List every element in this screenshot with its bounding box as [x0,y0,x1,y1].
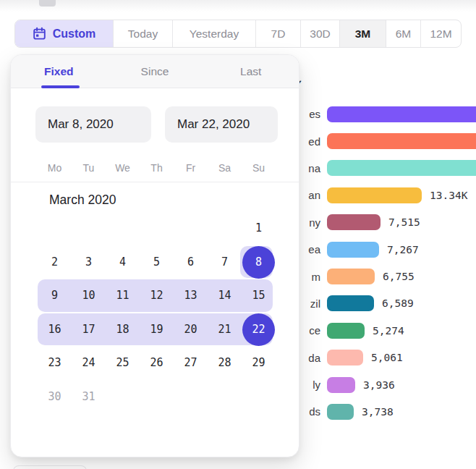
calendar-week-row: 23242526272829 [38,346,276,380]
toolbar-item-label: Today [128,28,158,41]
calendar-day-7[interactable]: 7 [208,245,242,279]
calendar-day-8[interactable]: 8 [242,245,276,279]
weekday-label: Th [140,162,174,174]
end-date-field[interactable]: Mar 22, 2020 [165,106,278,143]
calendar-week-row: 9101112131415 [38,279,276,313]
tab-fixed[interactable]: Fixed [11,55,107,88]
calendar-day-28[interactable]: 28 [208,346,242,380]
divider [11,182,299,182]
calendar-day-24[interactable]: 24 [72,346,106,380]
calendar-day-31[interactable]: 31 [72,380,106,414]
calendar-day-5[interactable]: 5 [140,245,174,279]
calendar-icon [33,27,46,41]
cropped-element-fragment-top [39,0,56,7]
calendar-day-2[interactable]: 2 [38,245,72,279]
calendar-day-26[interactable]: 26 [140,346,174,380]
calendar-day-15[interactable]: 15 [242,279,276,313]
calendar-week-row: 1 [38,211,276,245]
tab-label: Fixed [44,65,73,78]
country-bar[interactable] [327,295,374,311]
calendar-empty-cell [72,211,106,245]
month-label: March 2020 [49,193,116,208]
calendar-day-16[interactable]: 16 [38,313,72,347]
calendar-day-27[interactable]: 27 [174,346,208,380]
tab-label: Since [141,65,169,78]
calendar-day-23[interactable]: 23 [38,346,72,380]
country-value: 7,267 [387,244,419,255]
tab-last[interactable]: Last [203,55,299,88]
calendar-day-10[interactable]: 10 [72,279,106,313]
calendar-day-30[interactable]: 30 [38,380,72,414]
calendar-day-6[interactable]: 6 [174,245,208,279]
country-bar[interactable] [327,323,365,339]
calendar-day-4[interactable]: 4 [106,245,140,279]
weekday-label: Tu [72,162,106,174]
toolbar-item-label: 12M [430,28,451,41]
calendar-day-17[interactable]: 17 [72,313,106,347]
country-bar[interactable] [327,269,375,284]
calendar-day-19[interactable]: 19 [140,313,174,347]
calendar-empty-cell [140,211,174,245]
calendar-day-18[interactable]: 18 [106,313,140,347]
calendar-day-21[interactable]: 21 [208,313,242,347]
calendar-day-12[interactable]: 12 [140,279,174,313]
toolbar-item-label: 30D [310,28,330,41]
country-bar[interactable] [327,160,476,176]
toolbar-item-label: Yesterday [190,28,239,41]
weekday-label: We [106,162,140,174]
calendar-empty-cell [106,380,140,414]
toolbar-item-yesterday[interactable]: Yesterday [172,20,255,47]
weekday-header-row: MoTuWeThFrSaSu [38,162,276,174]
calendar-empty-cell [208,380,242,414]
country-value: 3,738 [362,406,394,418]
selected-day-circle: 22 [242,313,275,346]
country-bar[interactable] [327,133,476,149]
country-bar[interactable] [327,404,354,420]
tab-since[interactable]: Since [107,55,203,88]
calendar-week-row: 16171819202122 [38,313,276,347]
toolbar-item-label: 6M [396,28,412,41]
toolbar-item-6m[interactable]: 6M [386,20,420,47]
country-value: 6,589 [382,297,414,309]
country-value: 3,936 [363,379,395,391]
toolbar-item-custom[interactable]: Custom [15,20,113,47]
toolbar-item-7d[interactable]: 7D [255,20,300,47]
toolbar-item-12m[interactable]: 12M [420,20,461,47]
toolbar-item-label: 7D [271,28,286,41]
calendar-day-29[interactable]: 29 [242,346,276,380]
calendar-day-25[interactable]: 25 [106,346,140,380]
selected-day-circle: 8 [242,246,275,279]
calendar-day-14[interactable]: 14 [208,279,242,313]
date-picker-popover: Fixed Since Last Mar 8, 2020 Mar 22, 202… [10,54,299,457]
country-bar[interactable] [327,214,381,230]
calendar-day-9[interactable]: 9 [38,279,72,313]
calendar-day-13[interactable]: 13 [174,279,208,313]
calendar-empty-cell [140,380,174,414]
country-bar[interactable] [327,350,363,366]
calendar-day-20[interactable]: 20 [174,313,208,347]
calendar-grid: 1234567891011121314151617181920212223242… [38,211,276,413]
date-range-toolbar: Custom Today Yesterday 7D 30D 3M 6M 12M [14,20,462,48]
weekday-label: Su [242,162,276,174]
country-bar[interactable] [327,242,379,258]
country-value: 5,061 [371,352,403,363]
calendar-empty-cell [208,211,242,245]
toolbar-item-3m-selected[interactable]: 3M [339,20,386,47]
country-bar[interactable] [327,106,476,122]
calendar-day-11[interactable]: 11 [106,279,140,313]
calendar-empty-cell [242,380,276,414]
toolbar-item-30d[interactable]: 30D [300,20,339,47]
toolbar-item-today[interactable]: Today [113,20,172,47]
country-value: 5,274 [373,325,404,337]
calendar-day-1[interactable]: 1 [242,211,276,245]
calendar-day-3[interactable]: 3 [72,245,106,279]
active-tab-underline [41,85,80,88]
toolbar-item-label: Custom [53,28,96,41]
country-bar[interactable] [327,187,422,203]
calendar-day-22[interactable]: 22 [242,313,276,347]
country-bar[interactable] [327,377,355,393]
calendar-week-row: 2345678 [38,245,276,279]
calendar-empty-cell [174,211,208,245]
calendar-empty-cell [38,211,72,245]
start-date-field[interactable]: Mar 8, 2020 [35,106,151,143]
